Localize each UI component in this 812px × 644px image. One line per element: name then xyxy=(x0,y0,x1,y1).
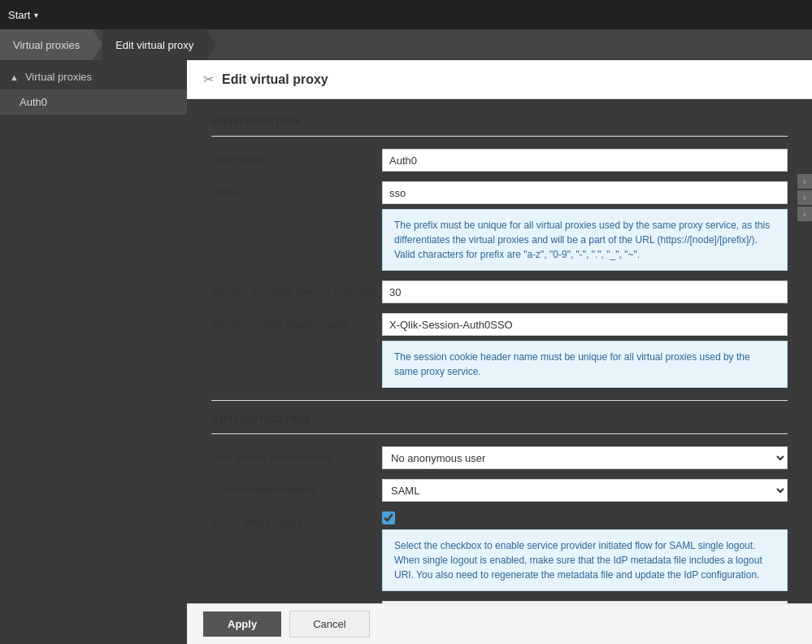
right-arrow-1[interactable]: › xyxy=(797,174,812,189)
description-label: Description xyxy=(211,149,382,166)
start-button[interactable]: Start ▾ xyxy=(8,9,38,21)
breadcrumb-edit-virtual-proxy[interactable]: Edit virtual proxy xyxy=(102,29,206,60)
session-cookie-label: Session cookie header name xyxy=(211,313,382,330)
session-cookie-info: The session cookie header name must be u… xyxy=(382,341,788,388)
anon-access-select[interactable]: No anonymous user Allow anonymous user A… xyxy=(382,446,788,469)
prefix-info: The prefix must be unique for all virtua… xyxy=(382,209,788,271)
prefix-row: Prefix The prefix must be unique for all… xyxy=(211,181,788,271)
prefix-label: Prefix xyxy=(211,181,382,198)
content-wrapper: ✂ Edit virtual proxy IDENTIFICATION Desc… xyxy=(187,60,812,644)
breadcrumb-arrow xyxy=(93,29,102,60)
prefix-input[interactable] xyxy=(382,181,788,204)
description-input[interactable] xyxy=(382,149,788,172)
right-arrow-2[interactable]: › xyxy=(797,190,812,205)
session-cookie-input[interactable] xyxy=(382,313,788,336)
apply-button[interactable]: Apply xyxy=(203,611,281,637)
identification-section-title: IDENTIFICATION xyxy=(211,115,788,137)
sidebar-header-virtual-proxies[interactable]: ▲ Virtual proxies xyxy=(0,64,187,89)
session-timeout-input[interactable] xyxy=(382,281,788,303)
auth-method-row: Authentication method SAML Ticket Header… xyxy=(211,479,788,502)
description-field xyxy=(382,149,788,172)
saml-logout-field: Select the checkbox to enable service pr… xyxy=(382,511,788,591)
breadcrumb-virtual-proxies[interactable]: Virtual proxies xyxy=(0,29,93,60)
sidebar-header-label: Virtual proxies xyxy=(25,71,92,83)
anon-access-field: No anonymous user Allow anonymous user A… xyxy=(382,446,788,469)
session-cookie-field: The session cookie header name must be u… xyxy=(382,313,788,388)
session-cookie-row: Session cookie header name The session c… xyxy=(211,313,788,388)
session-timeout-label: Session inactivity timeout (minutes) xyxy=(211,281,382,298)
top-bar: Start ▾ xyxy=(0,0,812,29)
session-timeout-row: Session inactivity timeout (minutes) xyxy=(211,281,788,303)
section-divider xyxy=(211,400,788,401)
prefix-field: The prefix must be unique for all virtua… xyxy=(382,181,788,271)
saml-logout-info: Select the checkbox to enable service pr… xyxy=(382,529,788,591)
page-header: ✂ Edit virtual proxy xyxy=(187,60,812,99)
start-label: Start xyxy=(8,9,30,21)
saml-logout-label: SAML single logout xyxy=(211,511,382,529)
form-content: IDENTIFICATION Description Prefix The pr… xyxy=(187,99,812,642)
anon-access-label: Anonymous access mode xyxy=(211,446,382,463)
scrollable-content: IDENTIFICATION Description Prefix The pr… xyxy=(187,99,812,642)
breadcrumb-bar: Virtual proxies Edit virtual proxy xyxy=(0,29,812,60)
sidebar: ▲ Virtual proxies Auth0 xyxy=(0,60,187,644)
chevron-icon: ▲ xyxy=(10,72,19,82)
cancel-button[interactable]: Cancel xyxy=(289,611,369,637)
authentication-section-title: AUTHENTICATION xyxy=(211,413,788,434)
right-arrow-3[interactable]: › xyxy=(797,207,812,221)
sidebar-item-auth0[interactable]: Auth0 xyxy=(0,89,187,115)
auth-method-field: SAML Ticket Header JWT Static xyxy=(382,479,788,502)
right-arrows-panel: › › › xyxy=(797,174,812,221)
description-row: Description xyxy=(211,149,788,172)
page-title: Edit virtual proxy xyxy=(222,72,328,87)
edit-icon: ✂ xyxy=(203,72,214,87)
auth-method-label: Authentication method xyxy=(211,479,382,496)
saml-logout-checkbox[interactable] xyxy=(382,511,395,524)
saml-logout-row: SAML single logout Select the checkbox t… xyxy=(211,511,788,591)
anon-access-row: Anonymous access mode No anonymous user … xyxy=(211,446,788,469)
start-arrow: ▾ xyxy=(34,11,38,20)
saml-logout-checkbox-row xyxy=(382,511,788,524)
auth-method-select[interactable]: SAML Ticket Header JWT Static xyxy=(382,479,788,502)
bottom-bar: Apply Cancel xyxy=(187,603,812,644)
main-layout: ▲ Virtual proxies Auth0 ✂ Edit virtual p… xyxy=(0,60,812,644)
breadcrumb-arrow-active xyxy=(206,29,216,60)
session-timeout-field xyxy=(382,281,788,303)
